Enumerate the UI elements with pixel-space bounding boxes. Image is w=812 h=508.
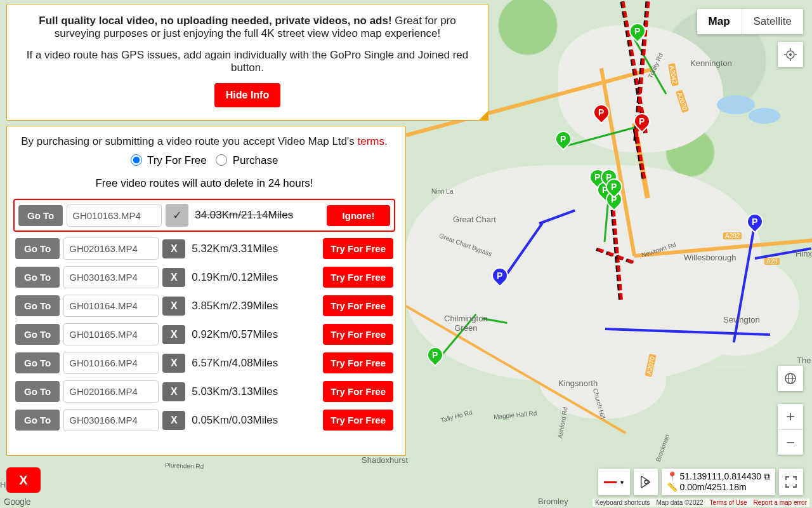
- attrib-shortcuts[interactable]: Keyboard shortcuts: [595, 499, 650, 506]
- filename-input[interactable]: [63, 295, 159, 317]
- map-marker[interactable]: P: [427, 347, 443, 368]
- route-blue: [755, 247, 811, 260]
- try-free-button[interactable]: Try For Free: [323, 381, 393, 402]
- resize-corner-icon[interactable]: [478, 110, 488, 121]
- try-free-button[interactable]: Try For Free: [323, 295, 393, 316]
- hide-info-button[interactable]: Hide Info: [214, 83, 280, 107]
- road-label: Magpie Hall Rd: [494, 410, 537, 420]
- goto-button[interactable]: Go To: [18, 205, 63, 226]
- road-label: Brockman: [655, 433, 671, 462]
- filename-input[interactable]: [67, 204, 162, 227]
- goto-button[interactable]: Go To: [15, 324, 60, 345]
- route-row: Go ToX0.19Km/0.12MilesTry For Free: [13, 263, 395, 291]
- attrib-report[interactable]: Report a map error: [754, 499, 807, 506]
- remove-button[interactable]: X: [162, 411, 185, 430]
- route-row: Go ToX0.05Km/0.03MilesTry For Free: [13, 406, 395, 434]
- play-button[interactable]: [634, 469, 658, 495]
- fullscreen-button[interactable]: [779, 469, 803, 495]
- remove-button[interactable]: X: [162, 297, 185, 316]
- distance-text: 5.03Km/3.13Miles: [192, 385, 278, 398]
- coords-text: 51.139111,0.814430: [680, 471, 761, 482]
- line-sample-icon: [604, 481, 617, 483]
- zoom-out-button[interactable]: −: [778, 429, 803, 455]
- try-free-button[interactable]: Try For Free: [323, 410, 393, 431]
- water: [717, 95, 755, 114]
- pin-icon: 📍: [667, 471, 678, 482]
- dist-text: 0.00m/4251.18m: [680, 482, 747, 493]
- filename-input[interactable]: [63, 266, 159, 288]
- road-label: Plurenden Rd: [165, 462, 204, 470]
- distance-text: 0.92Km/0.57Miles: [192, 328, 278, 341]
- filename-input[interactable]: [63, 323, 159, 345]
- map-marker[interactable]: P: [606, 178, 622, 200]
- routes-scroll[interactable]: By purchasing or submitting a video rout…: [13, 135, 399, 446]
- remove-button[interactable]: X: [162, 382, 185, 401]
- filename-input[interactable]: [63, 237, 159, 260]
- globe-button[interactable]: [778, 366, 803, 391]
- distance-text: 0.19Km/0.12Miles: [192, 271, 278, 284]
- try-free-button[interactable]: Try For Free: [323, 352, 393, 373]
- map-marker[interactable]: P: [593, 104, 610, 126]
- map-marker[interactable]: P: [492, 267, 508, 289]
- globe-icon: [784, 372, 797, 385]
- svg-point-1: [789, 53, 792, 56]
- copy-icon[interactable]: ⧉: [764, 471, 770, 482]
- line-style-dropdown[interactable]: ▾: [598, 469, 630, 495]
- route-row: Go ToX5.03Km/3.13MilesTry For Free: [13, 377, 395, 406]
- town-shape: [539, 343, 666, 419]
- filename-input[interactable]: [63, 380, 159, 403]
- distance-text: 6.57Km/4.08Miles: [192, 357, 278, 370]
- place-label: Bromley: [538, 497, 568, 506]
- chevron-down-icon: ▾: [620, 479, 624, 486]
- free-note: Free video routes will auto delete in 24…: [13, 177, 395, 190]
- map-marker[interactable]: P: [634, 113, 650, 135]
- info-line2: If a video route has GPS issues, add aga…: [26, 49, 469, 74]
- map-marker[interactable]: P: [629, 23, 646, 44]
- radio-try-input[interactable]: [131, 154, 142, 166]
- goto-button[interactable]: Go To: [15, 352, 60, 373]
- radio-purchase-input[interactable]: [216, 154, 227, 166]
- route-row: Go To✓34.03Km/21.14MilesIgnore!: [13, 199, 395, 232]
- road-label: Tally Ho Rd: [440, 409, 473, 424]
- route-row: Go ToX6.57Km/4.08MilesTry For Free: [13, 349, 395, 377]
- attrib-terms[interactable]: Terms of Use: [710, 499, 747, 506]
- goto-button[interactable]: Go To: [15, 267, 60, 288]
- map-marker[interactable]: P: [747, 213, 763, 235]
- remove-button[interactable]: X: [162, 354, 185, 373]
- ignore-button[interactable]: Ignore!: [327, 205, 390, 226]
- distance-text: 3.85Km/2.39Miles: [192, 300, 278, 312]
- zoom-in-button[interactable]: +: [778, 404, 803, 429]
- ruler-icon: 📏: [667, 482, 678, 493]
- remove-button[interactable]: X: [162, 239, 185, 258]
- filename-input[interactable]: [63, 352, 159, 374]
- remove-button[interactable]: X: [162, 325, 185, 344]
- route-row: Go ToX3.85Km/2.39MilesTry For Free: [13, 291, 395, 320]
- goto-button[interactable]: Go To: [15, 238, 60, 259]
- route-row: Go ToX5.32Km/3.31MilesTry For Free: [13, 234, 395, 263]
- zoom-control: + −: [778, 404, 803, 455]
- remove-button[interactable]: X: [162, 268, 185, 287]
- map-type-map[interactable]: Map: [697, 9, 742, 34]
- map-type-switch: Map Satellite: [697, 9, 803, 34]
- map-type-satellite[interactable]: Satellite: [742, 9, 803, 34]
- goto-button[interactable]: Go To: [15, 381, 60, 402]
- filename-input[interactable]: [63, 409, 159, 431]
- terms-link[interactable]: terms: [358, 135, 385, 147]
- goto-button[interactable]: Go To: [15, 295, 60, 316]
- route-row: Go ToX0.92Km/0.57MilesTry For Free: [13, 320, 395, 349]
- locate-button[interactable]: [778, 42, 803, 67]
- map-marker[interactable]: P: [555, 131, 572, 152]
- try-free-button[interactable]: Try For Free: [323, 238, 393, 259]
- try-free-button[interactable]: Try For Free: [323, 324, 393, 345]
- fullscreen-icon: [785, 476, 797, 488]
- goto-button[interactable]: Go To: [15, 410, 60, 431]
- svg-point-9: [645, 480, 648, 484]
- check-button[interactable]: ✓: [166, 204, 188, 227]
- radio-try[interactable]: Try For Free: [131, 154, 207, 166]
- close-button[interactable]: X: [6, 467, 41, 493]
- info-panel: Full quality local video, no uploading n…: [6, 4, 488, 121]
- try-free-button[interactable]: Try For Free: [323, 267, 393, 288]
- coords-box: 📍51.139111,0.814430 ⧉ 📏0.00m/4251.18m: [662, 469, 775, 495]
- distance-text: 0.05Km/0.03Miles: [192, 414, 278, 427]
- radio-purchase[interactable]: Purchase: [216, 154, 278, 166]
